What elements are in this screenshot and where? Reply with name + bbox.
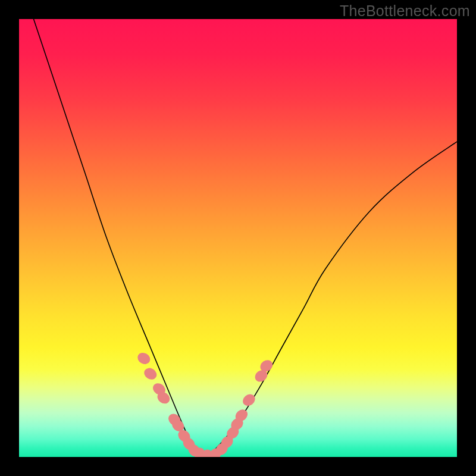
marker-group <box>136 350 275 457</box>
bottleneck-curve-path <box>19 19 457 457</box>
curve-marker <box>136 350 152 366</box>
bottleneck-curve-svg <box>19 19 457 457</box>
chart-stage: TheBottleneck.com <box>0 0 476 476</box>
watermark-text: TheBottleneck.com <box>340 2 470 20</box>
plot-area <box>19 19 457 457</box>
curve-marker <box>142 366 159 382</box>
